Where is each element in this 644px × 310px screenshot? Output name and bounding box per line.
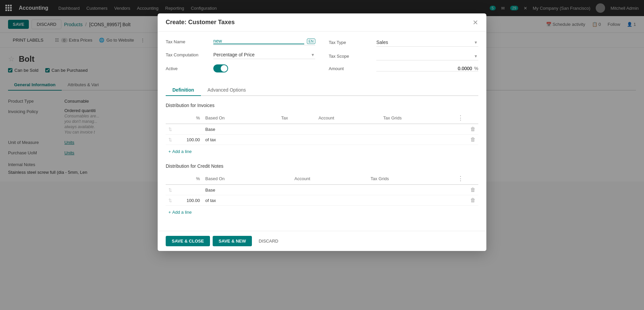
row-account [292, 195, 368, 206]
col-kebab: ⋮ [453, 173, 468, 185]
invoices-table-body: ⇅ Base 🗑 ⇅ 100.00 [166, 124, 478, 145]
amount-label: Amount [329, 66, 372, 71]
invoices-add-line-button[interactable]: + Add a line [166, 148, 194, 155]
row-handle[interactable]: ⇅ [166, 124, 176, 135]
tax-scope-group: Tax Scope [329, 52, 478, 60]
add-line-label: Add a line [172, 149, 192, 154]
row-percent [176, 185, 203, 195]
tax-type-label: Tax Type [329, 40, 372, 45]
row-delete-button[interactable]: 🗑 [468, 185, 478, 195]
active-label: Active [166, 66, 209, 71]
row-delete-button[interactable]: 🗑 [468, 124, 478, 135]
tax-name-field: EN [213, 38, 315, 45]
row-account [292, 185, 368, 195]
row-handle[interactable]: ⇅ [166, 195, 176, 206]
amount-input[interactable] [376, 66, 472, 71]
table-row: ⇅ 100.00 of tax 🗑 [166, 195, 478, 206]
row-percent [176, 124, 203, 135]
tax-computation-select[interactable]: Percentage of Price Fixed Group of Taxes [213, 51, 315, 59]
tax-name-lang-badge[interactable]: EN [307, 39, 315, 44]
col-delete-header [468, 173, 478, 185]
amount-group: Amount % [329, 66, 478, 71]
credit-notes-kebab-button[interactable]: ⋮ [456, 175, 465, 182]
tax-name-label: Tax Name [166, 39, 209, 44]
amount-unit: % [474, 66, 478, 71]
background-page: Accounting Dashboard Customers Vendors A… [0, 0, 644, 310]
tax-scope-select[interactable] [376, 52, 478, 60]
row-handle[interactable]: ⇅ [166, 185, 176, 195]
invoices-header-row: % Based On Tax Account Tax Grids ⋮ [166, 112, 478, 124]
table-row: ⇅ Base 🗑 [166, 124, 478, 135]
row-kebab [453, 195, 468, 206]
tax-scope-select-wrapper [376, 52, 478, 60]
toggle-knob [221, 65, 227, 72]
invoices-table-head: % Based On Tax Account Tax Grids ⋮ [166, 112, 478, 124]
invoices-table: % Based On Tax Account Tax Grids ⋮ [166, 112, 478, 145]
col-kebab: ⋮ [453, 112, 468, 124]
row-based-on: Base [203, 124, 278, 135]
col-handle [166, 112, 176, 124]
modal-content-tabs: Definition Advanced Options [166, 85, 478, 96]
credit-notes-table-head: % Based On Account Tax Grids ⋮ [166, 173, 478, 185]
add-icon: + [168, 210, 171, 215]
row-percent: 100.00 [176, 195, 203, 206]
col-percent: % [176, 112, 203, 124]
table-row: ⇅ 100.00 of tax 🗑 [166, 135, 478, 145]
invoices-kebab-button[interactable]: ⋮ [456, 114, 465, 121]
credit-notes-add-line-button[interactable]: + Add a line [166, 208, 194, 216]
col-percent: % [176, 173, 203, 185]
modal-form-fields: Tax Name EN Tax Computation Percen [166, 38, 478, 78]
row-based-on: Base [203, 185, 292, 195]
modal-header: Create: Customer Taxes ✕ [158, 13, 486, 32]
distribution-credit-notes-section: Distribution for Credit Notes % Based On… [166, 163, 478, 216]
col-delete-header [468, 112, 478, 124]
table-row: ⇅ Base 🗑 [166, 185, 478, 195]
save-close-button[interactable]: SAVE & CLOSE [166, 236, 210, 246]
modal-body: Tax Name EN Tax Computation Percen [158, 32, 486, 231]
row-tax [278, 135, 316, 145]
row-account [316, 135, 380, 145]
row-handle[interactable]: ⇅ [166, 135, 176, 145]
tax-type-select[interactable]: Sales Purchase [376, 38, 478, 46]
row-account [316, 124, 380, 135]
tax-computation-group: Tax Computation Percentage of Price Fixe… [166, 51, 315, 59]
row-tax [278, 124, 316, 135]
credit-notes-table: % Based On Account Tax Grids ⋮ [166, 173, 478, 206]
tax-type-select-wrapper: Sales Purchase [376, 38, 478, 47]
row-tax-grids [368, 185, 453, 195]
row-kebab [453, 185, 468, 195]
modal-discard-button[interactable]: DISCARD [255, 236, 282, 246]
add-icon: + [168, 149, 171, 154]
col-tax-grids: Tax Grids [381, 112, 453, 124]
amount-field: % [376, 66, 478, 71]
tax-scope-label: Tax Scope [329, 54, 372, 59]
tab-definition[interactable]: Definition [166, 85, 201, 96]
invoices-section-title: Distribution for Invoices [166, 103, 478, 108]
left-fields: Tax Name EN Tax Computation Percen [166, 38, 315, 78]
credit-notes-header-row: % Based On Account Tax Grids ⋮ [166, 173, 478, 185]
active-toggle[interactable] [213, 64, 228, 72]
tax-type-group: Tax Type Sales Purchase [329, 38, 478, 47]
tax-computation-select-wrapper: Percentage of Price Fixed Group of Taxes [213, 51, 315, 59]
modal-overlay: Create: Customer Taxes ✕ Tax Name EN [0, 0, 644, 310]
col-based-on: Based On [203, 112, 278, 124]
distribution-invoices-section: Distribution for Invoices % Based On Tax… [166, 103, 478, 155]
col-tax: Tax [278, 112, 316, 124]
row-delete-button[interactable]: 🗑 [468, 195, 478, 206]
save-new-button[interactable]: SAVE & NEW [213, 236, 252, 246]
credit-notes-table-body: ⇅ Base 🗑 ⇅ 100.00 of [166, 185, 478, 206]
credit-notes-section-title: Distribution for Credit Notes [166, 163, 478, 169]
right-fields: Tax Type Sales Purchase Tax Scope [329, 38, 478, 78]
tax-name-input[interactable] [213, 38, 304, 44]
tab-advanced-options[interactable]: Advanced Options [201, 85, 253, 96]
row-percent: 100.00 [176, 135, 203, 145]
row-kebab [453, 135, 468, 145]
row-tax-grids [368, 195, 453, 206]
col-tax-grids: Tax Grids [368, 173, 453, 185]
row-delete-button[interactable]: 🗑 [468, 135, 478, 145]
modal-title: Create: Customer Taxes [166, 19, 235, 26]
tax-name-group: Tax Name EN [166, 38, 315, 45]
modal-close-button[interactable]: ✕ [473, 19, 478, 26]
active-group: Active [166, 64, 315, 72]
tax-computation-label: Tax Computation [166, 52, 209, 57]
